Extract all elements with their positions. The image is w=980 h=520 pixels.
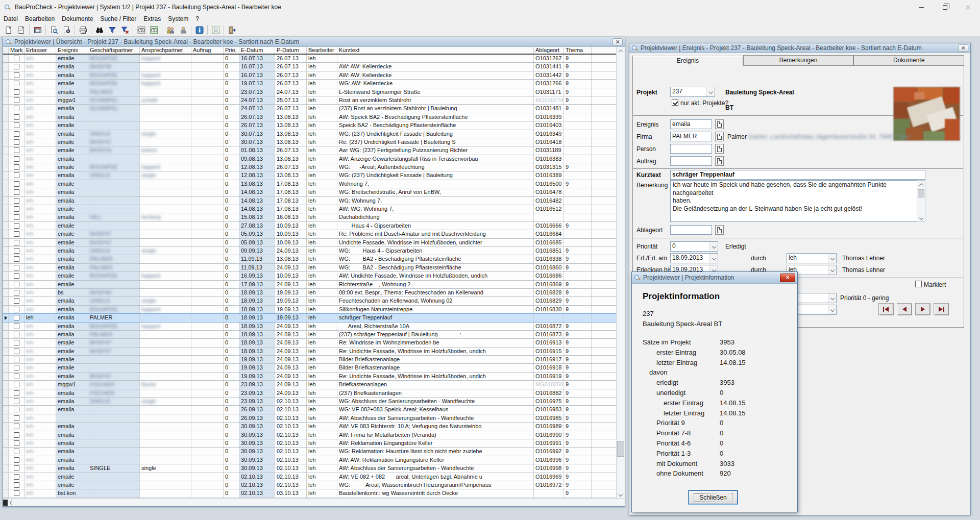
row-checkbox[interactable]	[14, 407, 19, 412]
row-checkbox[interactable]	[14, 189, 19, 195]
table-row[interactable]: lehemaileBHSP24bohne001.08.1326.07.13leh…	[3, 146, 616, 155]
table-row[interactable]: lehemailaSCHIMPEL024.07.1326.07.13leh(23…	[3, 105, 616, 113]
menu-item-suche-filter[interactable]: Suche / Filter	[96, 15, 140, 23]
row-checkbox[interactable]	[14, 64, 19, 69]
user-card-button[interactable]	[209, 24, 222, 36]
table-row[interactable]: lehemaile027.08.1310.09.13leh Haus 4 - G…	[3, 222, 616, 230]
new-document-button[interactable]	[2, 24, 15, 36]
row-checkbox[interactable]	[14, 390, 19, 396]
row-checkbox[interactable]	[14, 490, 19, 496]
person-button[interactable]	[177, 24, 189, 36]
filter-remove-button[interactable]	[118, 24, 131, 36]
ereignis-input[interactable]: emaila	[670, 119, 712, 129]
close-button[interactable]: ✕	[957, 0, 980, 14]
table-row[interactable]: lehemaileBOUHPDEhappert016.09.1310.09.13…	[3, 272, 616, 280]
table-row[interactable]: lehemaila030.09.1302.10.13lehAW: AW: Rek…	[3, 456, 616, 464]
row-checkbox[interactable]	[14, 139, 19, 145]
new-document-2-button[interactable]	[15, 24, 28, 36]
table-row[interactable]: lehemaile002.10.1302.10.13lehWG: Areal, …	[3, 481, 616, 489]
row-checkbox[interactable]	[14, 240, 19, 245]
overview-titlebar[interactable]: Projektviewer | Übersicht - Projekt 237 …	[3, 37, 625, 47]
detail-titlebar[interactable]: Projektviewer | Ereignis - Projekt 237 -…	[629, 43, 970, 53]
row-checkbox[interactable]	[14, 81, 19, 86]
row-checkbox[interactable]	[14, 382, 19, 387]
projekt-select[interactable]: 237	[670, 87, 715, 97]
table-row[interactable]: lehemailaBOUHPDEhappert018.09.1319.09.13…	[3, 306, 616, 314]
table-row[interactable]: lehmggw1SCHIMPELschafe024.07.1325.07.13l…	[3, 96, 616, 105]
column-header-erf[interactable]: Erfasser	[24, 47, 56, 54]
nav-last-button[interactable]	[934, 303, 949, 315]
row-checkbox[interactable]	[14, 198, 19, 204]
exit-door-button[interactable]	[226, 24, 238, 36]
table-row[interactable]: lehemailaBOUHPDEhappert016.07.1326.07.13…	[3, 71, 616, 80]
table-row[interactable]: lehemailaSINGLEsingle018.09.1319.09.13le…	[3, 297, 616, 305]
table-row[interactable]: lehemaileBHSP47030.07.1313.08.13lehRe: (…	[3, 138, 616, 146]
markiert-checkbox[interactable]	[915, 281, 922, 287]
table-row[interactable]: lehbsBHSP40018.09.1319.09.13leh08:00 ext…	[3, 289, 616, 297]
column-header-mark[interactable]: Mark	[9, 47, 24, 54]
table-row[interactable]: lehemaile019.09.1324.09.13lehBilder Brie…	[3, 356, 616, 364]
table-row[interactable]: lehbst.kon002.10.1303.10.13lehBaustellen…	[3, 489, 616, 498]
row-checkbox[interactable]	[14, 415, 19, 421]
column-header-gp[interactable]: Geschäftspartner	[88, 47, 140, 54]
hours-green-button[interactable]	[148, 24, 160, 36]
table-row[interactable]: lehemaila014.08.1317.08.13lehWG: Breitsc…	[3, 188, 616, 196]
document-preview-button[interactable]	[47, 24, 60, 36]
menu-item-datei[interactable]: Datei	[0, 15, 21, 23]
scroll-down-icon[interactable]	[917, 214, 925, 221]
table-row[interactable]: lehemaile013.08.1317.08.13lehWohnung 7,O…	[3, 180, 616, 188]
firma-input[interactable]: PALMER	[670, 132, 712, 141]
table-row[interactable]: lehemaile017.09.1324.09.13lehRichterstra…	[3, 281, 616, 289]
table-row[interactable]: lehemaileBOUHPDEhappert012.08.1326.07.13…	[3, 163, 616, 171]
print-button[interactable]	[77, 24, 89, 36]
column-header-pd[interactable]: P-Datum	[275, 47, 307, 54]
row-checkbox[interactable]	[14, 290, 19, 295]
ablageort-input[interactable]	[670, 225, 712, 235]
document-settings-button[interactable]	[60, 24, 73, 36]
menu-item-extras[interactable]: Extras	[140, 15, 164, 23]
table-row[interactable]: lehemaileBOUHPDEhappert019.07.1326.07.13…	[3, 80, 616, 88]
row-checkbox[interactable]	[14, 206, 19, 212]
table-row[interactable]: lehemailaPALMER018.09.1324.09.13leh(237)…	[3, 331, 616, 339]
row-checkbox[interactable]	[14, 223, 19, 229]
column-header-auf[interactable]: Auftrag	[191, 47, 224, 54]
kurztext-input[interactable]: schräger Treppenlauf	[670, 170, 925, 180]
row-checkbox[interactable]	[14, 181, 19, 187]
row-checkbox[interactable]	[14, 474, 19, 480]
table-row[interactable]: lehemaila014.08.1317.08.13lehWG: Wohnung…	[3, 197, 616, 205]
dialog-close-button[interactable]: ×	[780, 274, 795, 282]
row-checkbox[interactable]	[14, 432, 19, 438]
scroll-up-icon[interactable]	[617, 47, 625, 55]
row-checkbox[interactable]	[14, 282, 19, 287]
row-checkbox[interactable]	[14, 89, 19, 95]
row-checkbox[interactable]	[14, 131, 19, 137]
row-checkbox[interactable]	[14, 399, 19, 404]
nav-previous-button[interactable]	[897, 303, 912, 315]
row-checkbox[interactable]	[14, 72, 19, 78]
row-checkbox[interactable]	[14, 231, 19, 237]
row-checkbox[interactable]	[14, 374, 19, 379]
table-row[interactable]: lehemaileBHSP47018.09.1324.09.13lehRe: U…	[3, 348, 616, 356]
row-checkbox[interactable]	[14, 256, 19, 262]
table-row[interactable]: lehemaileBHSP47005.09.1310.09.13lehRe: P…	[3, 230, 616, 238]
table-row[interactable]: lehemaileBHSP47018.09.1324.09.13lehRe: W…	[3, 339, 616, 347]
schliessen-button[interactable]: Schließen	[689, 490, 738, 504]
row-checkbox[interactable]	[14, 273, 19, 279]
table-row[interactable]: lehemailaSINGLEsingle030.09.1302.10.13le…	[3, 464, 616, 473]
nur-akt-projekte-checkbox[interactable]	[672, 99, 678, 106]
restore-button[interactable]	[933, 0, 957, 14]
row-checkbox[interactable]	[14, 164, 19, 170]
menu-item-bearbeiten[interactable]: Bearbeiten	[21, 15, 58, 23]
column-header-abl[interactable]: Ablageort	[534, 47, 564, 54]
row-checkbox[interactable]	[14, 122, 19, 128]
row-checkbox[interactable]	[14, 248, 19, 254]
table-row[interactable]: lehemaileBOUHPDEhappert016.07.1326.07.13…	[3, 55, 616, 63]
ablageort-doc-button[interactable]	[715, 225, 724, 235]
person-input[interactable]	[670, 144, 712, 154]
column-header-ed[interactable]: E-Datum	[239, 47, 275, 54]
row-checkbox[interactable]	[14, 265, 19, 270]
table-row[interactable]: lehemailaSINGLEsingle023.09.1302.10.13le…	[3, 398, 616, 406]
nav-first-button[interactable]	[878, 303, 894, 315]
scroll-up-icon[interactable]	[917, 181, 925, 188]
minimize-button[interactable]	[910, 0, 933, 14]
